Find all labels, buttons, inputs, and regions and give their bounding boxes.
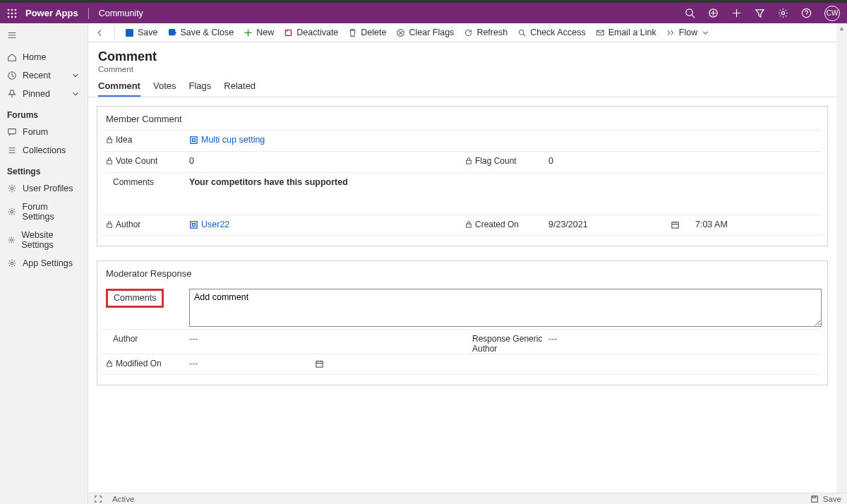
sidebar-item-label: App Settings xyxy=(23,258,73,268)
clear-flags-icon xyxy=(396,28,405,37)
svg-rect-34 xyxy=(672,222,678,228)
record-icon xyxy=(189,136,198,145)
author-lookup[interactable]: User22 xyxy=(188,220,462,229)
check-access-icon xyxy=(517,28,527,37)
sidebar-item-recent[interactable]: Recent xyxy=(0,66,88,85)
scroll-up-icon: ▲ xyxy=(839,25,845,32)
flow-button[interactable]: Flow xyxy=(666,28,710,37)
app-launcher-icon[interactable] xyxy=(7,8,17,18)
command-bar: Save Save & Close New Deactivate Delete … xyxy=(88,23,847,42)
sidebar-item-home[interactable]: Home xyxy=(0,48,88,66)
avatar[interactable]: CW xyxy=(824,6,840,21)
email-link-button[interactable]: Email a Link xyxy=(596,28,656,37)
svg-point-19 xyxy=(11,262,13,265)
svg-point-12 xyxy=(781,11,784,14)
help-icon[interactable] xyxy=(801,8,812,18)
status-save-button[interactable]: Save xyxy=(810,495,841,503)
sidebar-item-label: Recent xyxy=(23,71,51,80)
refresh-button[interactable]: Refresh xyxy=(464,28,507,37)
sidebar-group-forums: Forums xyxy=(0,103,88,123)
status-bar: Active Save xyxy=(88,493,847,504)
list-icon xyxy=(7,145,17,155)
page-subtitle: Comment xyxy=(98,65,837,73)
search-icon[interactable] xyxy=(685,8,695,18)
scrollbar[interactable]: ▲ xyxy=(836,23,847,493)
fullscreen-icon[interactable] xyxy=(94,495,102,503)
sidebar-item-user-profiles[interactable]: User Profiles xyxy=(0,179,88,198)
flow-icon xyxy=(666,28,675,37)
status-active: Active xyxy=(112,495,134,503)
field-label-author: Author xyxy=(116,220,140,229)
member-comment-section: Member Comment Idea Multi cup setting xyxy=(97,106,828,246)
moderator-response-section: Moderator Response Comments Author --- xyxy=(97,260,828,385)
tab-related[interactable]: Related xyxy=(224,78,256,97)
svg-rect-33 xyxy=(467,224,471,227)
lock-icon xyxy=(106,360,113,367)
field-label-mod-author: Author xyxy=(113,334,138,344)
lock-icon xyxy=(465,157,472,164)
back-button[interactable] xyxy=(95,28,104,37)
tab-votes[interactable]: Votes xyxy=(153,78,176,97)
svg-rect-27 xyxy=(107,139,112,143)
field-label-comments: Comments xyxy=(113,177,154,187)
svg-point-5 xyxy=(15,12,17,14)
svg-point-13 xyxy=(802,8,810,17)
brand-separator xyxy=(88,8,89,19)
plus-icon xyxy=(244,28,253,37)
svg-rect-35 xyxy=(107,363,112,366)
svg-rect-38 xyxy=(812,496,815,498)
svg-point-7 xyxy=(11,16,13,18)
sidebar: Home Recent Pinned Forums Forum Collecti… xyxy=(0,23,88,504)
tab-comment[interactable]: Comment xyxy=(98,78,140,97)
field-label-vote-count: Vote Count xyxy=(116,156,157,166)
svg-point-25 xyxy=(519,30,524,35)
delete-button[interactable]: Delete xyxy=(348,28,386,37)
clear-flags-button[interactable]: Clear Flags xyxy=(396,28,454,37)
sidebar-item-forum[interactable]: Forum xyxy=(0,123,88,141)
plus-icon[interactable] xyxy=(731,8,742,18)
sidebar-item-app-settings[interactable]: App Settings xyxy=(0,254,88,272)
hamburger-button[interactable] xyxy=(0,28,88,48)
save-close-button[interactable]: Save & Close xyxy=(168,28,234,37)
sidebar-item-website-settings[interactable]: Website Settings xyxy=(0,226,88,254)
flag-count-value: 0 xyxy=(547,156,822,166)
field-label-mod-comments: Comments xyxy=(106,289,164,308)
svg-point-2 xyxy=(15,8,17,11)
field-label-idea: Idea xyxy=(116,135,132,145)
trash-icon xyxy=(348,28,357,37)
svg-rect-23 xyxy=(286,30,292,35)
main-panel: Save Save & Close New Deactivate Delete … xyxy=(88,23,847,504)
svg-rect-29 xyxy=(107,160,112,164)
filter-icon[interactable] xyxy=(755,8,765,18)
sidebar-item-forum-settings[interactable]: Forum Settings xyxy=(0,198,88,226)
save-button[interactable]: Save xyxy=(125,28,158,37)
generic-author-value[interactable]: --- xyxy=(547,334,822,344)
page-title: Comment xyxy=(98,49,837,64)
refresh-icon xyxy=(464,28,473,37)
tab-flags[interactable]: Flags xyxy=(188,78,211,97)
lock-icon xyxy=(106,157,113,164)
new-button[interactable]: New xyxy=(244,28,274,37)
gear-icon[interactable] xyxy=(778,8,788,18)
sidebar-item-pinned[interactable]: Pinned xyxy=(0,85,88,103)
moderator-comments-input[interactable] xyxy=(189,289,822,327)
idea-lookup[interactable]: Multi cup setting xyxy=(188,135,822,145)
sidebar-item-collections[interactable]: Collections xyxy=(0,141,88,160)
deactivate-button[interactable]: Deactivate xyxy=(284,28,338,37)
svg-line-10 xyxy=(692,15,695,18)
sidebar-group-settings: Settings xyxy=(0,160,88,179)
created-on-time: 7:03 AM xyxy=(695,220,728,229)
lock-icon xyxy=(106,221,113,228)
created-on-date: 9/23/2021 xyxy=(548,220,668,229)
sidebar-item-label: Collections xyxy=(23,145,66,155)
member-comments-value: Your competitors have this supported xyxy=(188,177,822,187)
svg-point-0 xyxy=(8,8,10,11)
calendar-icon xyxy=(671,220,680,229)
target-icon[interactable] xyxy=(708,8,719,18)
chevron-down-icon xyxy=(71,89,80,99)
mod-author-value[interactable]: --- xyxy=(188,334,462,344)
calendar-icon xyxy=(315,359,324,368)
save-icon xyxy=(810,495,819,503)
save-close-icon xyxy=(168,28,177,37)
check-access-button[interactable]: Check Access xyxy=(517,28,586,37)
